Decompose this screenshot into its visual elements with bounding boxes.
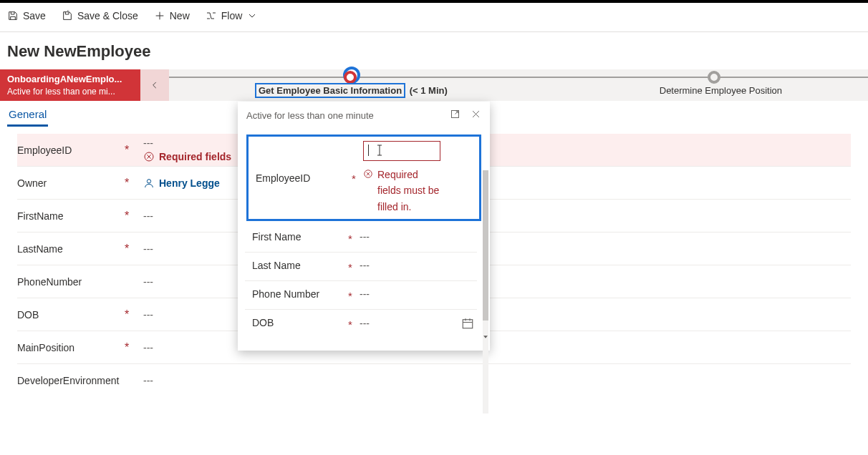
page-title: New NewEmployee	[0, 32, 868, 69]
required-marker: *	[348, 288, 360, 302]
field-label: DOB	[17, 309, 125, 321]
bpf-process-title: OnboardingANewEmplo...	[7, 73, 122, 86]
save-close-button[interactable]: Save & Close	[62, 10, 138, 21]
required-marker: *	[348, 231, 360, 245]
save-close-label: Save & Close	[77, 10, 138, 21]
required-marker: *	[352, 141, 363, 185]
chevron-left-icon	[150, 80, 160, 90]
flyout-firstname: First Name * ---	[245, 224, 477, 253]
error-circle-icon	[363, 169, 373, 179]
flyout-phonenumber: Phone Number * ---	[245, 281, 477, 310]
bpf-track: Get Employee Basic Information (< 1 Min)…	[169, 69, 868, 101]
svg-rect-4	[463, 320, 473, 328]
text-cursor	[368, 145, 369, 156]
bpf-stage-dot-future[interactable]	[708, 71, 720, 84]
flyout-scrollbar-thumb[interactable]	[483, 170, 488, 321]
bpf-stage-current-name: Get Employee Basic Information	[255, 83, 405, 98]
field-value-text: ---	[143, 137, 231, 149]
field-label: DeveloperEnvironment	[17, 375, 125, 386]
flyout-status: Active for less than one minute	[246, 110, 374, 121]
ibeam-icon	[376, 145, 383, 156]
new-button[interactable]: New	[154, 10, 190, 21]
field-value[interactable]: ---	[360, 317, 474, 330]
required-marker: *	[125, 243, 143, 255]
flyout-header: Active for less than one minute	[238, 102, 490, 129]
stage-flyout: Active for less than one minute Employee…	[238, 102, 490, 351]
bpf-stage-dot-current[interactable]	[344, 71, 357, 84]
field-error: Required fields	[143, 151, 231, 162]
field-value[interactable]: ---	[360, 260, 474, 271]
owner-lookup[interactable]: Henry Legge	[143, 177, 220, 189]
field-value[interactable]: ---	[143, 375, 851, 386]
save-label: Save	[23, 10, 46, 21]
flyout-employeeid-label: EmployeeID	[256, 141, 352, 184]
bpf-header: OnboardingANewEmplo... Active for less t…	[0, 69, 868, 101]
tab-general[interactable]: General	[7, 108, 48, 127]
flyout-body: EmployeeID * Required fields must be fil…	[238, 129, 490, 351]
flow-label: Flow	[221, 10, 243, 21]
field-label: Owner	[17, 177, 125, 189]
bpf-stage-current[interactable]: Get Employee Basic Information (< 1 Min)	[255, 85, 448, 96]
flyout-dob: DOB * ---	[245, 310, 477, 338]
plus-icon	[154, 10, 165, 21]
bpf-back-button[interactable]	[140, 69, 169, 101]
field-label: LastName	[17, 243, 125, 255]
required-marker: *	[125, 308, 143, 321]
command-bar: Save Save & Close New Flow	[0, 3, 868, 29]
dock-icon	[450, 109, 460, 119]
bpf-stage-future[interactable]: Determine Employee Position	[660, 85, 782, 96]
required-marker: *	[125, 144, 143, 157]
save-icon	[7, 10, 19, 21]
required-marker: *	[125, 177, 143, 190]
save-close-icon	[62, 10, 73, 21]
field-devenv: DeveloperEnvironment ---	[17, 364, 851, 397]
calendar-icon[interactable]	[461, 317, 474, 330]
svg-point-1	[147, 179, 150, 182]
field-label: Last Name	[252, 260, 348, 271]
scroll-down-icon[interactable]	[482, 333, 489, 341]
bpf-stage-process[interactable]: OnboardingANewEmplo... Active for less t…	[0, 69, 140, 101]
flow-button[interactable]: Flow	[206, 10, 259, 21]
flyout-close-button[interactable]	[471, 109, 481, 122]
required-marker: *	[125, 341, 143, 354]
flow-icon	[206, 10, 217, 21]
flyout-dock-button[interactable]	[450, 109, 460, 122]
flyout-employeeid-error: Required fields must be filled in.	[363, 167, 442, 215]
bpf-line	[169, 77, 868, 78]
field-label: FirstName	[17, 210, 125, 222]
save-button[interactable]: Save	[7, 10, 46, 21]
close-icon	[471, 109, 481, 119]
required-marker: *	[348, 260, 360, 273]
required-marker: *	[125, 210, 143, 222]
field-label: DOB	[252, 317, 348, 328]
field-label: First Name	[252, 231, 348, 243]
field-label: Phone Number	[252, 288, 348, 300]
flyout-employeeid-input[interactable]	[363, 141, 440, 161]
field-value[interactable]: ---	[360, 288, 474, 300]
flyout-lastname: Last Name * ---	[245, 253, 477, 281]
bpf-stage-current-time: (< 1 Min)	[410, 85, 448, 96]
flyout-annotation-box: EmployeeID * Required fields must be fil…	[246, 134, 481, 221]
new-label: New	[170, 10, 190, 21]
error-circle-icon	[143, 151, 155, 162]
person-icon	[143, 177, 155, 189]
required-marker: *	[348, 317, 360, 331]
bpf-process-sub: Active for less than one mi...	[7, 86, 122, 97]
chevron-down-icon	[246, 10, 258, 21]
field-label: MainPosition	[17, 342, 125, 353]
field-label: PhoneNumber	[17, 276, 125, 288]
field-label: EmployeeID	[17, 145, 125, 156]
field-value[interactable]: ---	[360, 231, 474, 243]
